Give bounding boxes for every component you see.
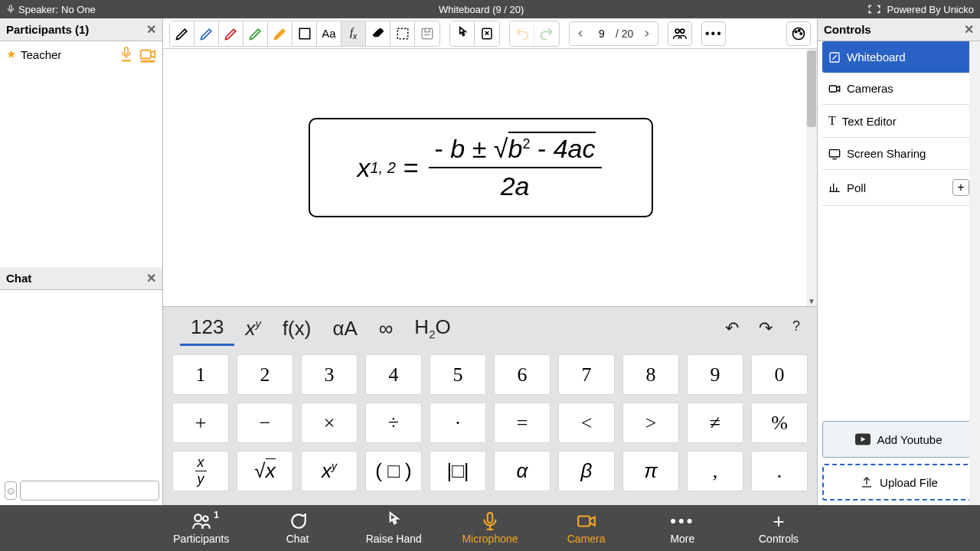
keyboard-redo-button[interactable]: ↷	[759, 318, 773, 338]
key-3[interactable]: 3	[301, 354, 358, 395]
key-5[interactable]: 5	[430, 354, 486, 395]
powered-by: Powered By Unicko	[887, 4, 974, 15]
formula-button[interactable]: fx	[341, 21, 366, 46]
upload-icon	[860, 475, 874, 489]
key-7[interactable]: 7	[558, 354, 615, 395]
bottombar-camera-button[interactable]: Camera	[544, 511, 629, 545]
key-x/y[interactable]: xy	[172, 451, 229, 491]
save-button[interactable]	[415, 21, 439, 46]
pen-red-button[interactable]	[219, 21, 243, 46]
key->[interactable]: >	[622, 403, 679, 443]
key-,[interactable]: ,	[687, 451, 743, 491]
svg-point-20	[203, 517, 208, 522]
prev-page-button[interactable]	[570, 22, 591, 45]
key-%[interactable]: %	[751, 403, 808, 443]
bottombar-raise-button[interactable]: Raise Hand	[351, 511, 436, 545]
bottombar-chat-button[interactable]: Chat	[256, 511, 340, 545]
bottombar-mic-button[interactable]: Microphone	[448, 511, 532, 545]
keyboard-help-button[interactable]: ?	[792, 318, 800, 338]
camera-icon[interactable]	[139, 46, 156, 63]
math-keyboard: 123 xy f(x) αA ∞ H2O ↶ ↷ ? 1234567890+−×…	[163, 306, 817, 505]
pen-green-button[interactable]	[243, 21, 268, 46]
next-page-button[interactable]	[636, 22, 658, 45]
eraser-button[interactable]	[366, 21, 390, 46]
svg-rect-5	[299, 28, 310, 39]
key-√x[interactable]: √x	[237, 451, 293, 491]
chat-input[interactable]	[20, 481, 159, 500]
add-poll-button[interactable]: +	[952, 179, 969, 196]
camera-icon	[577, 511, 596, 531]
keyboard-tab-infinity[interactable]: ∞	[368, 312, 404, 345]
svg-rect-3	[141, 51, 151, 59]
key-π[interactable]: π	[622, 451, 679, 491]
key-·[interactable]: ·	[430, 403, 486, 443]
redo-button[interactable]	[534, 21, 559, 46]
vertical-scrollbar[interactable]	[969, 41, 980, 505]
close-icon[interactable]: ✕	[964, 22, 974, 37]
keyboard-tab-fx[interactable]: f(x)	[272, 312, 322, 345]
key-.[interactable]: .	[751, 451, 808, 491]
pen-blue-button[interactable]	[194, 21, 219, 46]
bottombar-participants-button[interactable]: 1Participants	[159, 511, 243, 545]
key-9[interactable]: 9	[687, 354, 743, 395]
control-item-poll[interactable]: Poll+	[822, 170, 975, 206]
highlighter-button[interactable]	[268, 21, 292, 46]
key-8[interactable]: 8	[622, 354, 679, 395]
keyboard-tab-h2o[interactable]: H2O	[403, 311, 461, 345]
color-palette-button[interactable]	[786, 21, 811, 46]
key-÷[interactable]: ÷	[365, 403, 422, 443]
emoji-button[interactable]: ☺	[5, 481, 17, 500]
fullscreen-icon[interactable]	[867, 4, 881, 15]
pointer-button[interactable]	[450, 21, 475, 46]
bottombar-controls-button[interactable]: +Controls	[737, 511, 821, 545]
keyboard-tab-alpha[interactable]: αA	[322, 312, 368, 345]
bottombar-more-button[interactable]: •••More	[640, 511, 724, 545]
key-≠[interactable]: ≠	[687, 403, 743, 443]
key-+[interactable]: +	[172, 403, 229, 443]
control-item-cameras[interactable]: Cameras	[822, 73, 975, 105]
close-icon[interactable]: ✕	[146, 22, 156, 37]
close-icon[interactable]: ✕	[146, 271, 156, 285]
key-x^y[interactable]: xy	[301, 451, 358, 491]
star-icon: ★	[6, 47, 16, 61]
key-<[interactable]: <	[558, 403, 615, 443]
upload-file-button[interactable]: Upload File	[822, 464, 975, 500]
key-2[interactable]: 2	[237, 354, 293, 395]
whiteboard-canvas[interactable]: x1, 2 = - b ± √b2 - 4ac 2a ▲ ▼	[163, 49, 817, 306]
add-youtube-button[interactable]: Add Youtube	[822, 421, 975, 458]
key-|□|[interactable]: |□|	[430, 451, 486, 491]
page-input[interactable]	[591, 28, 612, 40]
rectangle-button[interactable]	[292, 21, 317, 46]
key-1[interactable]: 1	[172, 354, 229, 395]
keyboard-tab-123[interactable]: 123	[180, 311, 234, 346]
text-button[interactable]: Aa	[317, 21, 341, 46]
scroll-thumb[interactable]	[807, 51, 816, 127]
keyboard-tab-xy[interactable]: xy	[234, 312, 272, 345]
more-tools-button[interactable]: •••	[701, 21, 726, 46]
vertical-scrollbar[interactable]: ▲ ▼	[806, 49, 817, 306]
key-0[interactable]: 0	[751, 354, 808, 395]
key-×[interactable]: ×	[301, 403, 358, 443]
key-( □ )[interactable]: ( □ )	[365, 451, 422, 491]
key-−[interactable]: −	[237, 403, 293, 443]
keyboard-undo-button[interactable]: ↶	[725, 318, 739, 338]
formula-box[interactable]: x1, 2 = - b ± √b2 - 4ac 2a	[309, 118, 653, 217]
key-β[interactable]: β	[558, 451, 615, 491]
undo-button[interactable]	[510, 21, 534, 46]
youtube-icon	[855, 433, 871, 445]
delete-button[interactable]	[475, 21, 499, 46]
key-6[interactable]: 6	[494, 354, 550, 395]
scroll-down-icon[interactable]: ▼	[806, 295, 817, 306]
pen-black-button[interactable]	[170, 21, 194, 46]
mic-icon	[6, 5, 15, 14]
select-button[interactable]	[390, 21, 415, 46]
control-item-text-editor[interactable]: TText Editor	[822, 105, 975, 138]
key-4[interactable]: 4	[365, 354, 422, 395]
mic-icon[interactable]	[119, 46, 133, 63]
key-=[interactable]: =	[494, 403, 550, 443]
key-α[interactable]: α	[494, 451, 550, 491]
group-button[interactable]	[668, 21, 692, 46]
control-item-whiteboard[interactable]: Whiteboard	[822, 41, 975, 73]
participant-row[interactable]: ★ Teacher	[0, 41, 162, 67]
control-item-screen-sharing[interactable]: Screen Sharing	[822, 138, 975, 170]
